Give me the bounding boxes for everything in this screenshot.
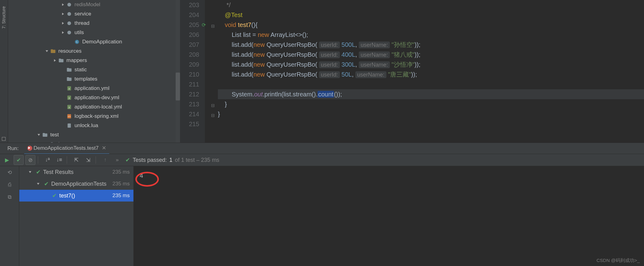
tree-item[interactable]: mappers: [8, 56, 180, 65]
watermark-text: CSDN @码到成功>_: [597, 258, 640, 264]
debug-button[interactable]: ⟲: [0, 166, 19, 179]
expand-arrow-icon[interactable]: [69, 40, 73, 44]
rerun-button[interactable]: ▶: [2, 155, 12, 165]
expand-arrow-icon[interactable]: [36, 182, 40, 186]
code-line[interactable]: [218, 119, 644, 129]
run-tab[interactable]: DemoApplicationTests.test7 ✕: [24, 143, 109, 154]
expand-arrow-icon[interactable]: [61, 114, 65, 118]
run-tab-label: DemoApplicationTests.test7: [34, 145, 99, 151]
expand-arrow-icon[interactable]: [45, 49, 49, 53]
gutter-line-number[interactable]: 203: [180, 0, 199, 10]
run-left-rail: ⟲ ⎙ ⧉: [0, 166, 19, 266]
code-line[interactable]: list.add(new QueryUserRspBo( userId: 500…: [218, 40, 644, 50]
code-area[interactable]: */ @Test void test7(){ List list = new A…: [205, 0, 644, 143]
expand-arrow-icon[interactable]: [61, 77, 65, 81]
gutter-line-number[interactable]: 205: [180, 20, 199, 30]
gutter-line-number[interactable]: 207: [180, 40, 199, 50]
prev-failed-button[interactable]: ↑: [100, 155, 110, 165]
expand-arrow-icon[interactable]: [61, 12, 65, 16]
expand-arrow-icon[interactable]: [37, 133, 41, 137]
code-editor[interactable]: 203204205206207208209210211212213214215 …: [180, 0, 644, 143]
yml-icon: y: [66, 104, 72, 110]
gutter-line-number[interactable]: 215: [180, 119, 199, 129]
tree-item[interactable]: utils: [8, 28, 180, 37]
tree-item-label: application.yml: [74, 85, 109, 91]
code-line[interactable]: void test7(){: [218, 20, 644, 30]
close-icon[interactable]: ✕: [102, 145, 106, 151]
gutter-line-number[interactable]: 213: [180, 99, 199, 109]
tree-item-label: application-dev.yml: [74, 95, 119, 101]
sort-alpha-button[interactable]: ↓ª: [43, 155, 52, 165]
tree-item[interactable]: yapplication-local.yml: [8, 102, 180, 112]
expand-arrow-icon[interactable]: [61, 95, 65, 100]
project-scrollbar-track[interactable]: [176, 0, 180, 143]
gutter-line-number[interactable]: 208: [180, 50, 199, 60]
project-tree-panel[interactable]: redisModelservicethreadutilsCDemoApplica…: [8, 0, 180, 143]
expand-arrow-icon[interactable]: [61, 68, 65, 72]
test-result-duration: 235 ms: [112, 181, 130, 187]
gutter-line-number[interactable]: 206: [180, 30, 199, 40]
tree-item[interactable]: </>logback-spring.xml: [8, 112, 180, 121]
tree-item-label: redisModel: [74, 2, 100, 8]
code-line[interactable]: @Test: [218, 10, 644, 20]
structure-toolwindow-rail[interactable]: 7: Structure: [0, 0, 8, 143]
tree-item-label: DemoApplication: [82, 39, 122, 45]
code-line[interactable]: [218, 79, 644, 89]
layout-button[interactable]: ⧉: [0, 191, 19, 203]
tree-item[interactable]: resources: [8, 47, 180, 56]
step-button[interactable]: ⎙: [0, 179, 19, 191]
gutter-line-number[interactable]: 214: [180, 109, 199, 119]
tree-item[interactable]: unlock.lua: [8, 121, 180, 130]
expand-arrow-icon[interactable]: [61, 30, 65, 35]
expand-arrow-icon[interactable]: [61, 105, 65, 109]
pkg-icon: [66, 30, 72, 35]
gutter-line-number[interactable]: 209: [180, 60, 199, 69]
collapse-all-button[interactable]: ⇲: [83, 155, 93, 165]
gutter-line-number[interactable]: 211: [180, 79, 199, 89]
test-console-output[interactable]: 4: [133, 166, 644, 266]
tree-item[interactable]: java: [8, 140, 180, 143]
tree-item-label: templates: [74, 76, 97, 82]
rail-square-icon: [2, 137, 6, 141]
gutter-line-number[interactable]: 212: [180, 89, 199, 99]
expand-arrow-icon[interactable]: [28, 170, 32, 174]
gutter-line-number[interactable]: 210: [180, 69, 199, 79]
expand-arrow-icon[interactable]: [44, 193, 48, 198]
tree-item[interactable]: redisModel: [8, 0, 180, 9]
expand-arrow-icon[interactable]: [53, 58, 57, 63]
code-line[interactable]: }: [218, 99, 644, 109]
toggle-pass-button[interactable]: ✔: [14, 155, 24, 165]
test-result-row[interactable]: ✔test7()235 ms: [19, 190, 133, 202]
tree-item[interactable]: test: [8, 130, 180, 140]
expand-arrow-icon[interactable]: [61, 123, 65, 128]
code-line[interactable]: list.add(new QueryUserRspBo( userId: 300…: [218, 60, 644, 69]
tree-item[interactable]: thread: [8, 19, 180, 28]
tests-status-suffix: of 1 test – 235 ms: [175, 157, 219, 163]
editor-gutter[interactable]: 203204205206207208209210211212213214215 …: [180, 0, 205, 143]
test-results-tree[interactable]: ✔Test Results235 ms✔DemoApplicationTests…: [19, 166, 133, 266]
expand-arrow-icon[interactable]: [61, 2, 65, 7]
code-line[interactable]: }: [218, 109, 644, 119]
expand-all-button[interactable]: ⇱: [71, 155, 81, 165]
expand-arrow-icon[interactable]: [61, 21, 65, 25]
test-result-row[interactable]: ✔Test Results235 ms: [19, 166, 133, 178]
tree-item[interactable]: service: [8, 9, 180, 19]
svg-point-0: [67, 3, 71, 7]
toggle-ignored-button[interactable]: ⊘: [25, 155, 35, 165]
tree-item[interactable]: yapplication.yml: [8, 84, 180, 93]
tree-item[interactable]: yapplication-dev.yml: [8, 93, 180, 102]
more-icon[interactable]: »: [116, 157, 119, 163]
gutter-line-number[interactable]: 204: [180, 10, 199, 20]
tree-item[interactable]: CDemoApplication: [8, 37, 180, 47]
code-line[interactable]: list.add(new QueryUserRspBo( userId: 400…: [218, 50, 644, 60]
project-scrollbar-thumb[interactable]: [176, 73, 180, 100]
code-line[interactable]: List list = new ArrayList<>();: [218, 30, 644, 40]
code-line[interactable]: */: [218, 0, 644, 10]
code-line[interactable]: list.add(new QueryUserRspBo( userId: 50L…: [218, 69, 644, 79]
sort-duration-button[interactable]: ↓≡: [54, 155, 64, 165]
test-result-row[interactable]: ✔DemoApplicationTests235 ms: [19, 178, 133, 190]
code-line[interactable]: System.out.println(list.stream().count()…: [218, 89, 644, 99]
expand-arrow-icon[interactable]: [61, 86, 65, 91]
tree-item[interactable]: static: [8, 65, 180, 74]
tree-item[interactable]: templates: [8, 74, 180, 84]
